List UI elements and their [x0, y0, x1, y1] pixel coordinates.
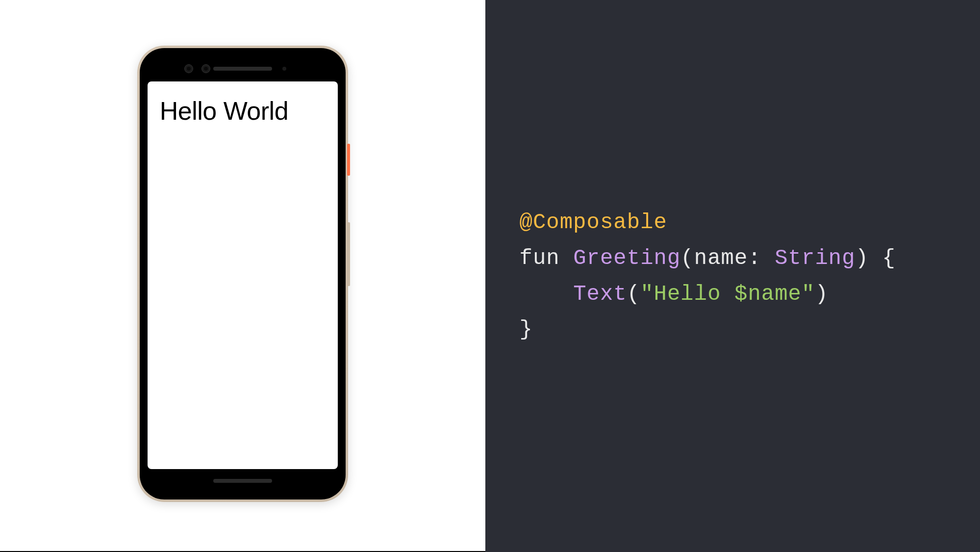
- preview-panel: Hello World: [0, 0, 485, 552]
- close-paren: ): [855, 246, 869, 270]
- close-brace: }: [520, 317, 533, 342]
- annotation-token: @Composable: [520, 210, 667, 235]
- phone-outer-shell: Hello World: [137, 46, 348, 502]
- phone-mockup: Hello World: [137, 46, 348, 502]
- code-snippet: @Composable fun Greeting(name: String) {…: [520, 205, 896, 347]
- function-name: Greeting: [573, 246, 680, 270]
- keyword-fun: fun: [520, 246, 560, 270]
- greeting-text: Hello World: [160, 96, 326, 126]
- phone-bottom-bezel: [148, 469, 338, 493]
- front-camera-secondary-icon: [201, 64, 210, 73]
- param-type: String: [775, 246, 855, 270]
- param-name: name: [694, 246, 748, 270]
- phone-body: Hello World: [140, 48, 346, 499]
- proximity-sensor-icon: [282, 67, 286, 71]
- front-camera-icon: [184, 64, 193, 73]
- open-paren: (: [680, 246, 694, 270]
- call-open-paren: (: [627, 282, 640, 306]
- phone-top-bezel: [148, 56, 338, 81]
- earpiece-speaker-icon: [213, 67, 272, 71]
- phone-screen: Hello World: [148, 81, 338, 469]
- volume-button: [347, 222, 350, 286]
- code-panel: @Composable fun Greeting(name: String) {…: [485, 0, 980, 552]
- call-name: Text: [573, 282, 627, 306]
- string-literal: "Hello $name": [640, 282, 815, 306]
- call-close-paren: ): [815, 282, 828, 306]
- bottom-speaker-icon: [213, 479, 272, 483]
- colon: :: [748, 246, 761, 270]
- power-button: [347, 144, 350, 176]
- open-brace: {: [882, 246, 895, 270]
